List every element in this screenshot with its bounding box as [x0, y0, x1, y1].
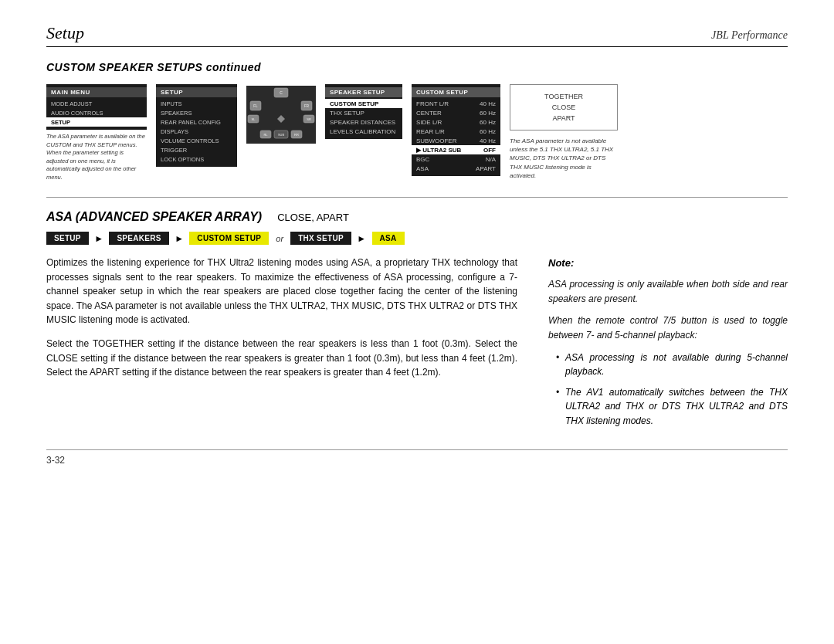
- breadcrumb-speakers: SPEAKERS: [109, 232, 168, 245]
- speaker-setup-column: SPEAKER SETUP CUSTOM SETUP THX SETUP SPE…: [325, 84, 402, 139]
- setup-item-inputs: INPUTS: [156, 99, 237, 108]
- setup-item-trigger: TRIGGER: [156, 145, 237, 154]
- bullet-item-2: The AV1 automatically switches between t…: [556, 385, 788, 429]
- custom-row-side: SIDE L/R60 Hz: [412, 117, 500, 127]
- setup-item-lock: LOCK OPTIONS: [156, 154, 237, 164]
- custom-row-center: CENTER60 Hz: [412, 108, 500, 117]
- page: Setup JBL Performance CUSTOM SPEAKER SET…: [0, 0, 834, 644]
- breadcrumb-custom-setup: CUSTOM SETUP: [189, 232, 269, 245]
- tca-together: TOGETHER: [521, 91, 606, 102]
- main-menu-screen: MAIN MENU MODE ADJUST AUDIO CONTROLS SET…: [46, 84, 147, 130]
- content-right: Note: ASA processing is only available w…: [548, 256, 788, 434]
- speaker-svg: C FL FR SL SR: [246, 86, 316, 144]
- screens-row: MAIN MENU MODE ADJUST AUDIO CONTROLS SET…: [46, 84, 788, 181]
- page-footer: 3-32: [46, 449, 788, 466]
- speaker-setup-item-distances: SPEAKER DISTANCES: [325, 117, 402, 127]
- svg-text:SUB: SUB: [278, 133, 285, 137]
- speaker-setup-item-custom: CUSTOM SETUP: [325, 99, 402, 108]
- custom-row-sub: SUBWOOFER40 Hz: [412, 136, 500, 145]
- note-text-2: When the remote control 7/5 button is us…: [548, 314, 788, 342]
- speaker-setup-title: SPEAKER SETUP: [325, 87, 402, 97]
- main-menu-small-note: The ASA parameter is available on the CU…: [46, 133, 147, 181]
- body-para-2: Select the TOGETHER setting if the dista…: [46, 337, 517, 380]
- setup-item-rear-panel: REAR PANEL CONFIG: [156, 117, 237, 127]
- section2: ASA (ADVANCED SPEAKER ARRAY) CLOSE, APAR…: [46, 210, 788, 434]
- note-label: Note:: [548, 256, 788, 271]
- custom-row-ultra2sub: ▶ ULTRA2 SUBOFF: [412, 145, 500, 154]
- breadcrumb-asa: ASA: [372, 232, 405, 245]
- svg-text:FL: FL: [253, 104, 258, 108]
- bullet-list: ASA processing is not available during 5…: [548, 351, 788, 429]
- breadcrumb-thx-setup: THX SETUP: [290, 232, 351, 245]
- setup-menu-column: SETUP INPUTS SPEAKERS REAR PANEL CONFIG …: [156, 84, 237, 167]
- svg-text:SL: SL: [252, 117, 256, 121]
- svg-text:RL: RL: [263, 133, 268, 137]
- speaker-diagram-column: C FL FR SL SR: [246, 84, 316, 144]
- asa-title: ASA (ADVANCED SPEAKER ARRAY): [46, 210, 262, 224]
- section-divider: [46, 197, 788, 198]
- setup-item-displays: DISPLAYS: [156, 127, 237, 136]
- custom-row-asa: ASAAPART: [412, 164, 500, 173]
- breadcrumb-or: or: [269, 234, 290, 243]
- speaker-setup-item-thx: THX SETUP: [325, 108, 402, 117]
- breadcrumb-arrow3: ►: [351, 233, 372, 244]
- bullet-item-1: ASA processing is not available during 5…: [556, 351, 788, 379]
- section1-heading: CUSTOM SPEAKER SETUPS continued: [46, 61, 788, 73]
- content-left: Optimizes the listening experience for T…: [46, 256, 517, 434]
- svg-text:C: C: [280, 90, 283, 95]
- svg-text:FR: FR: [304, 104, 310, 108]
- main-menu-title: MAIN MENU: [46, 87, 147, 97]
- custom-setup-title: CUSTOM SETUP: [412, 87, 500, 97]
- custom-setup-column: CUSTOM SETUP FRONT L/R40 Hz CENTER60 Hz …: [412, 84, 500, 176]
- custom-setup-screen: CUSTOM SETUP FRONT L/R40 Hz CENTER60 Hz …: [412, 84, 500, 176]
- setup-item-volume: VOLUME CONTROLS: [156, 136, 237, 145]
- breadcrumb-arrow1: ►: [89, 233, 110, 244]
- body-para-1: Optimizes the listening experience for T…: [46, 256, 517, 327]
- header-right: JBL Performance: [711, 29, 788, 42]
- asa-value: CLOSE, APART: [277, 212, 349, 223]
- speaker-setup-item-levels: LEVELS CALIBRATION: [325, 127, 402, 136]
- tca-column: TOGETHER CLOSE APART The ASA parameter i…: [510, 84, 618, 180]
- note-aside: The ASA parameter is not available unles…: [510, 137, 618, 180]
- setup-menu-title: SETUP: [156, 87, 237, 97]
- tca-box: TOGETHER CLOSE APART: [510, 84, 618, 130]
- speaker-diagram: C FL FR SL SR: [246, 86, 316, 144]
- asa-heading-row: ASA (ADVANCED SPEAKER ARRAY) CLOSE, APAR…: [46, 210, 788, 224]
- tca-apart: APART: [521, 113, 606, 124]
- breadcrumb-setup: SETUP: [46, 232, 89, 245]
- main-menu-column: MAIN MENU MODE ADJUST AUDIO CONTROLS SET…: [46, 84, 147, 181]
- svg-text:SR: SR: [307, 117, 311, 121]
- speaker-setup-screen: SPEAKER SETUP CUSTOM SETUP THX SETUP SPE…: [325, 84, 402, 139]
- breadcrumb-arrow2: ►: [169, 233, 190, 244]
- content-columns: Optimizes the listening experience for T…: [46, 256, 788, 434]
- page-header: Setup JBL Performance: [46, 23, 788, 47]
- setup-menu-screen: SETUP INPUTS SPEAKERS REAR PANEL CONFIG …: [156, 84, 237, 167]
- main-menu-item-mode: MODE ADJUST: [46, 99, 147, 108]
- section1: CUSTOM SPEAKER SETUPS continued MAIN MEN…: [46, 61, 788, 181]
- tca-close: CLOSE: [521, 102, 606, 113]
- main-menu-item-setup: SETUP: [46, 117, 147, 127]
- note-text-1: ASA processing is only available when bo…: [548, 277, 788, 306]
- custom-row-rear: REAR L/R60 Hz: [412, 127, 500, 136]
- custom-row-bgc: BGCN/A: [412, 154, 500, 164]
- header-left: Setup: [46, 23, 84, 43]
- setup-item-speakers: SPEAKERS: [156, 108, 237, 117]
- svg-text:RR: RR: [294, 133, 299, 137]
- nav-breadcrumb: SETUP ► SPEAKERS ► CUSTOM SETUP or THX S…: [46, 232, 788, 245]
- page-number: 3-32: [46, 455, 65, 466]
- main-menu-item-audio: AUDIO CONTROLS: [46, 108, 147, 117]
- custom-row-front: FRONT L/R40 Hz: [412, 99, 500, 108]
